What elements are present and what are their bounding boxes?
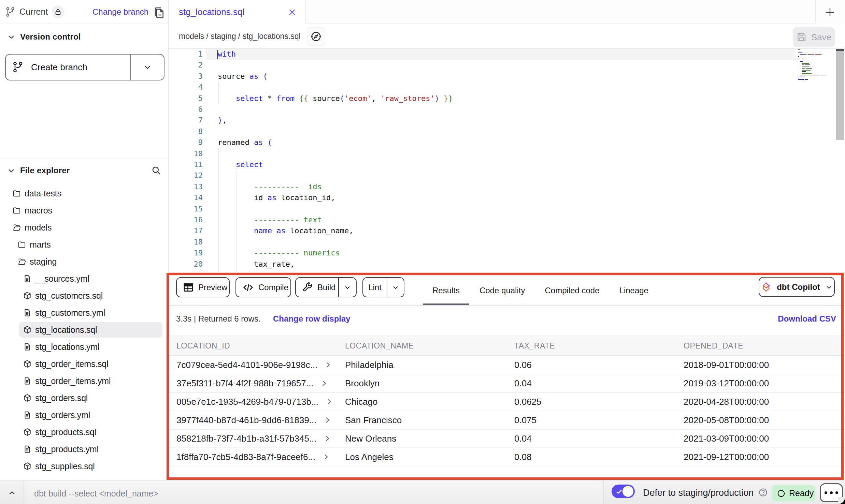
code-line-14: id as location_id, (218, 192, 335, 203)
file-tree-item-data-tests[interactable]: data-tests (0, 185, 168, 202)
chevron-down-icon (6, 166, 16, 175)
dbt-logo-icon (760, 281, 772, 293)
table-row[interactable]: 7c079cea-5ed4-4101-906e-9198c...Philadel… (169, 356, 845, 374)
file-tree-item-stg-customers-yml[interactable]: stg_customers.yml (0, 304, 168, 321)
file-name: stg_products.sql (35, 427, 96, 437)
lint-button[interactable]: Lint (362, 277, 404, 297)
file-icon (23, 308, 32, 317)
folder-icon (12, 189, 21, 198)
file-name: stg_locations.sql (35, 325, 97, 335)
close-icon[interactable] (287, 7, 297, 17)
expand-cell-icon[interactable] (325, 397, 333, 406)
divider (815, 0, 816, 24)
cell-location-name: Philadelphia (345, 356, 393, 374)
table-row[interactable]: 37e5f311-b7f4-4f2f-988b-719657...Brookly… (169, 374, 845, 393)
build-dropdown[interactable] (338, 278, 356, 297)
create-branch-button[interactable]: Create branch (6, 55, 131, 80)
compile-button[interactable]: Compile (235, 277, 291, 297)
scrollbar-thumb[interactable] (836, 51, 844, 140)
code-line-11: select (218, 159, 263, 170)
panel-tab-compiled-code[interactable]: Compiled code (545, 275, 599, 306)
table-row[interactable]: 858218fb-73f7-4b1b-a31f-57b345...New Orl… (169, 430, 845, 448)
file-icon (23, 411, 32, 419)
expand-cell-icon[interactable] (319, 379, 328, 388)
change-row-display-link[interactable]: Change row display (273, 314, 350, 324)
table-row[interactable]: 005e7e1c-1935-4269-b479-0713b...Chicago0… (169, 393, 845, 411)
lint-dropdown[interactable] (387, 278, 404, 297)
model-icon (23, 359, 32, 368)
line-number: 20 (169, 259, 203, 270)
line-number: 11 (169, 159, 203, 170)
add-tab-button[interactable] (823, 5, 837, 19)
button-label: Lint (368, 283, 382, 292)
download-csv-link[interactable]: Download CSV (778, 314, 836, 324)
command-input[interactable]: dbt build --select <model_name> (26, 482, 603, 504)
change-branch-link[interactable]: Change branch (92, 7, 148, 17)
column-header-opened_date: OPENED_DATE (684, 336, 743, 355)
defer-toggle[interactable] (612, 485, 635, 498)
file-tree-item--sources-yml[interactable]: __sources.yml (0, 270, 168, 287)
file-tree-item-stg-orders-sql[interactable]: stg_orders.sql (0, 389, 168, 406)
file-name: data-tests (25, 189, 61, 198)
model-icon (23, 462, 32, 471)
sidebar: Current Change branch Version con (0, 0, 169, 480)
create-branch-dropdown[interactable] (131, 55, 164, 80)
table-row[interactable]: 1f8ffa70-7cb5-4d83-8a7f-9aceef6...Los An… (169, 448, 845, 466)
expand-cell-icon[interactable] (321, 453, 330, 461)
indent-guide (218, 148, 219, 273)
file-tree-item-staging[interactable]: staging (0, 253, 168, 270)
file-tree-item-marts[interactable]: marts (0, 236, 168, 253)
current-branch-label: Current (19, 7, 48, 17)
code-editor[interactable]: 123456789101112131415161718192021 withso… (169, 49, 845, 273)
file-tree-item-stg-order-items-yml[interactable]: stg_order_items.yml (0, 372, 168, 389)
file-tree-item-stg-locations-sql[interactable]: stg_locations.sql (0, 321, 168, 338)
divider (603, 480, 604, 504)
expand-cell-icon[interactable] (324, 360, 332, 369)
file-tree-item-stg-products-sql[interactable]: stg_products.sql (0, 424, 168, 441)
preview-button[interactable]: Preview (176, 277, 230, 297)
help-icon[interactable] (758, 487, 768, 498)
build-button[interactable]: Build (295, 277, 357, 297)
navigate-button[interactable] (307, 27, 325, 46)
tab-stg-locations[interactable]: stg_locations.sql (169, 0, 306, 24)
copy-icon[interactable] (152, 6, 166, 20)
chevron-up-icon[interactable] (6, 487, 18, 499)
file-tree-item-stg-supplies-sql[interactable]: stg_supplies.sql (0, 458, 168, 475)
minimap-line (798, 79, 822, 80)
file-tree-item-stg-customers-sql[interactable]: stg_customers.sql (0, 287, 168, 304)
panel-tab-code-quality[interactable]: Code quality (479, 275, 525, 306)
editor-scrollbar[interactable] (836, 49, 844, 273)
folder-icon (12, 206, 21, 215)
file-name: stg_supplies.sql (35, 461, 95, 471)
cell-location-name: New Orleans (345, 430, 396, 447)
panel-tab-results[interactable]: Results (432, 275, 460, 306)
expand-cell-icon[interactable] (323, 416, 332, 425)
dbt-copilot-button[interactable]: dbt Copilot (759, 277, 835, 297)
expand-cell-icon[interactable] (323, 434, 332, 443)
version-control-section-header[interactable]: Version control (6, 30, 81, 44)
file-tree-item-stg-products-yml[interactable]: stg_products.yml (0, 441, 168, 458)
search-icon[interactable] (151, 165, 162, 176)
indent-guide (237, 171, 237, 273)
minimap-line (798, 49, 822, 50)
model-icon (23, 325, 32, 334)
save-button[interactable]: Save (793, 27, 835, 47)
status-badge: Ready (772, 485, 815, 501)
file-tree-item-models[interactable]: models (0, 219, 168, 236)
table-row[interactable]: 3977f440-b87d-461b-9dd6-81839...San Fran… (169, 411, 845, 430)
file-name: marts (30, 240, 51, 250)
cell-location-id: 005e7e1c-1935-4269-b479-0713b... (176, 393, 333, 411)
panel-tab-lineage[interactable]: Lineage (619, 275, 648, 306)
file-explorer-section-header[interactable]: File explorer (6, 164, 162, 177)
file-tree-item-stg-locations-yml[interactable]: stg_locations.yml (0, 338, 168, 355)
chevron-down-icon (6, 32, 16, 42)
cell-tax-rate: 0.04 (514, 430, 532, 447)
code-line-7: ), (218, 115, 227, 126)
file-tree-item-stg-orders-yml[interactable]: stg_orders.yml (0, 406, 168, 424)
line-number: 9 (169, 137, 203, 148)
cell-tax-rate: 0.08 (514, 448, 532, 466)
file-tree-item-macros[interactable]: macros (0, 202, 168, 219)
scrollbar-annotation (836, 49, 844, 51)
file-tree-item-stg-order-items-sql[interactable]: stg_order_items.sql (0, 355, 168, 372)
file-icon (23, 342, 32, 351)
